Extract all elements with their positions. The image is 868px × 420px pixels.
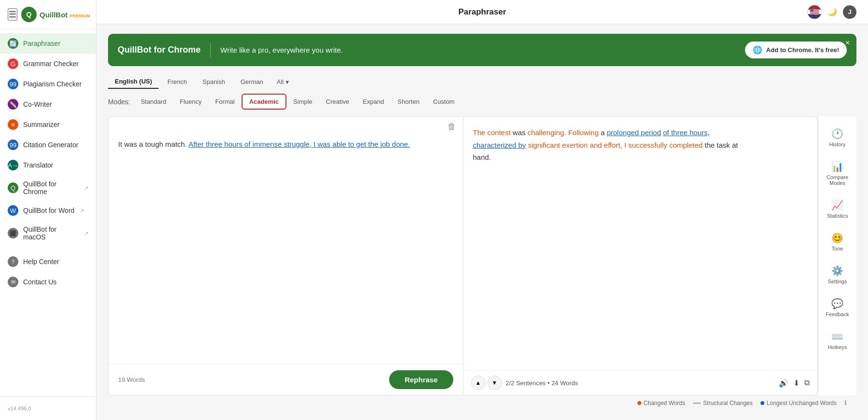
logo-name: QuillBot (40, 11, 68, 19)
lang-tab-english--us-[interactable]: English (US) (108, 75, 159, 89)
statistics-icon: 📈 (831, 199, 843, 211)
lang-tab-spanish[interactable]: Spanish (196, 75, 232, 88)
input-toolbar: 🗑 (108, 117, 463, 132)
download-button[interactable]: ⬇ (793, 378, 800, 388)
add-to-chrome-button[interactable]: 🌐 Add to Chrome. It's free! (745, 42, 847, 58)
citation-label: Citation Generator (23, 141, 78, 149)
copy-button[interactable]: ⧉ (804, 378, 810, 388)
input-text[interactable]: It was a tough match. After three hours … (108, 132, 463, 364)
word-icon: W (8, 205, 18, 216)
mac-icon: ⬛ (8, 228, 18, 238)
right-sidebar-statistics[interactable]: 📈 Statistics (818, 193, 856, 225)
dark-mode-toggle[interactable]: 🌙 (827, 7, 837, 16)
input-text-highlighted: After three hours of immense struggle, I… (189, 140, 410, 148)
output-footer-left: ▲ ▼ 2/2 Sentences • 24 Words (471, 376, 578, 390)
speaker-button[interactable]: 🔊 (779, 378, 788, 388)
mode-btn-formal[interactable]: Formal (208, 95, 241, 109)
compare-icon: 📊 (831, 161, 843, 172)
feedback-icon: 💬 (831, 298, 843, 309)
paraphraser-label: Paraphraser (23, 40, 60, 47)
output-footer: ▲ ▼ 2/2 Sentences • 24 Words 🔊 ⬇ ⧉ (463, 370, 818, 395)
all-label: All (277, 78, 284, 85)
help-icon: ? (8, 256, 18, 267)
sidebar-item-help[interactable]: ?Help Center (0, 252, 96, 272)
mode-btn-academic[interactable]: Academic (242, 94, 286, 110)
legend-line (693, 403, 701, 404)
mode-btn-standard[interactable]: Standard (134, 95, 173, 109)
sidebar-item-word[interactable]: WQuillBot for Word↗ (0, 200, 96, 221)
output-segment-changed: The contest (473, 128, 511, 137)
legend-item-structural-changes: Structural Changes (693, 400, 753, 406)
output-segment-changed: Following (566, 128, 599, 137)
banner-title: QuillBot for Chrome (118, 45, 201, 55)
top-header: Paraphraser 🇺🇸 🌙 J (96, 0, 868, 24)
page-title: Paraphraser (458, 7, 506, 17)
sidebar-item-summarizer[interactable]: ≡Summarizer (0, 114, 96, 135)
sidebar-item-chrome[interactable]: QQuillBot for Chrome↗ (0, 175, 96, 200)
input-footer: 19 Words Rephrase (108, 364, 463, 395)
sidebar-item-grammar[interactable]: GGrammar Checker (0, 54, 96, 74)
chevron-down-icon: ▼ (285, 79, 290, 85)
mode-btn-fluency[interactable]: Fluency (173, 95, 209, 109)
hotkeys-label: Hotkeys (828, 344, 847, 350)
sidebar-item-mac[interactable]: ⬛QuillBot for macOS↗ (0, 221, 96, 246)
settings-label: Settings (828, 279, 847, 284)
language-flag[interactable]: 🇺🇸 (807, 5, 822, 19)
sidebar: ☰ Q QuillBot PREMIUM 🔄ParaphraserGGramma… (0, 0, 96, 420)
right-sidebar-history[interactable]: 🕐 History (818, 121, 856, 154)
sidebar-item-citation[interactable]: 99Citation Generator (0, 135, 96, 155)
right-sidebar-hotkeys[interactable]: ⌨️ Hotkeys (818, 324, 856, 357)
main-content: Paraphraser 🇺🇸 🌙 J QuillBot for Chrome W… (96, 0, 868, 420)
right-sidebar-compare[interactable]: 📊 Compare Modes (818, 154, 856, 193)
legend-label: Longest Unchanged Words (767, 400, 837, 406)
chrome-icon: Q (8, 182, 18, 193)
legend-info-icon[interactable]: ℹ (844, 399, 847, 406)
external-link-icon: ↗ (84, 185, 88, 191)
paraphraser-icon: 🔄 (8, 38, 18, 49)
hamburger-button[interactable]: ☰ (8, 8, 17, 21)
mode-btn-simple[interactable]: Simple (286, 95, 319, 109)
rephrase-button[interactable]: Rephrase (389, 370, 453, 389)
cowriter-label: Co-Writer (23, 100, 52, 108)
right-sidebar-tone[interactable]: 😊 Tone (818, 225, 856, 258)
logo-icon: Q (21, 7, 37, 22)
lang-tab-german[interactable]: German (234, 75, 270, 88)
avatar[interactable]: J (843, 5, 856, 19)
mode-btn-shorten[interactable]: Shorten (391, 95, 426, 109)
lang-tab-all[interactable]: All▼ (272, 76, 295, 88)
mac-label: QuillBot for macOS (23, 225, 79, 241)
clear-input-button[interactable]: 🗑 (448, 122, 456, 132)
output-segment-unchanged: of three hours, (663, 128, 710, 137)
output-segment-normal: was (511, 128, 528, 137)
statistics-label: Statistics (827, 213, 848, 219)
sidebar-item-contact[interactable]: ✉Contact Us (0, 272, 96, 292)
translator-icon: A→ (8, 160, 18, 170)
summarizer-label: Summarizer (23, 121, 59, 128)
mode-btn-custom[interactable]: Custom (426, 95, 461, 109)
cowriter-icon: ✏️ (8, 99, 18, 110)
summarizer-icon: ≡ (8, 119, 18, 130)
banner-close-button[interactable]: × (845, 39, 850, 47)
external-link-icon: ↗ (84, 231, 88, 236)
lang-tab-french[interactable]: French (161, 75, 193, 88)
legend-label: Changed Words (644, 400, 686, 406)
sidebar-item-plagiarism[interactable]: 99Plagiarism Checker (0, 74, 96, 94)
hotkeys-icon: ⌨️ (831, 331, 843, 342)
history-icon: 🕐 (831, 128, 843, 140)
sidebar-item-cowriter[interactable]: ✏️Co-Writer (0, 94, 96, 114)
tone-icon: 😊 (831, 232, 843, 244)
editor-area: 🗑 It was a tough match. After three hour… (108, 116, 856, 395)
logo: Q QuillBot PREMIUM (21, 7, 90, 22)
mode-btn-creative[interactable]: Creative (319, 95, 356, 109)
output-panel: The contest was challenging. Following a… (463, 117, 818, 395)
right-sidebar-feedback[interactable]: 💬 Feedback (818, 291, 856, 324)
mode-btn-expand[interactable]: Expand (356, 95, 391, 109)
next-sentence-button[interactable]: ▼ (488, 376, 502, 390)
banner-subtitle: Write like a pro, everywhere you write. (220, 46, 735, 54)
output-actions: 🔊 ⬇ ⧉ (779, 378, 810, 388)
sidebar-item-paraphraser[interactable]: 🔄Paraphraser (0, 33, 96, 54)
sidebar-item-translator[interactable]: A→Translator (0, 155, 96, 175)
right-sidebar-settings[interactable]: ⚙️ Settings (818, 258, 856, 291)
modes-row: Modes: StandardFluencyFormalAcademicSimp… (108, 94, 856, 110)
prev-sentence-button[interactable]: ▲ (471, 376, 486, 390)
